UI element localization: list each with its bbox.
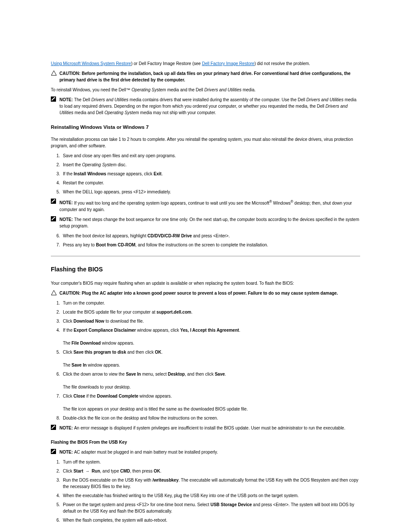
link-system-restore[interactable]: Using Microsoft Windows System Restore <box>51 61 131 66</box>
section-flashing-bios: Flashing the BIOS Your computer's BIOS m… <box>51 265 360 523</box>
paragraph-reinstall-process: The reinstallation process can take 1 to… <box>51 136 360 149</box>
list-item: Run the DOS executable on the USB Key wi… <box>61 477 360 490</box>
note-boot-sequence: NOTE: The next steps change the boot seq… <box>51 216 360 229</box>
list-item: Click the down arrow to view the Save In… <box>61 371 360 390</box>
paragraph-bios-intro: Your computer's BIOS may require flashin… <box>51 280 360 286</box>
heading-reinstall-windows: Reinstalling Windows Vista or Windows 7 <box>51 124 360 131</box>
note-text: An error message is displayed if system … <box>74 426 346 430</box>
list-item: Turn off the system. <box>61 459 360 465</box>
note-ac-battery: NOTE: AC adapter must be plugged in and … <box>51 449 360 455</box>
section-reinstall-windows: Using Microsoft Windows System Restore) … <box>51 60 360 248</box>
note-text: The Dell Drivers and Utilities media con… <box>59 97 356 115</box>
note-label: NOTE: <box>59 201 74 205</box>
list-item: If the Install Windows message appears, … <box>61 171 360 177</box>
list-item: Power on the target system and press <F1… <box>61 501 360 514</box>
caution-text: Plug the AC adapter into a known good po… <box>82 291 338 296</box>
note-drivers-utilities: NOTE: The Dell Drivers and Utilities med… <box>51 96 360 116</box>
caution-icon <box>51 290 59 296</box>
list-item: If the Export Compliance Disclaimer wind… <box>61 327 360 346</box>
list-item: Click Start → Run, and type CMD, then pr… <box>61 468 360 474</box>
link-dell-factory-image-restore[interactable]: Dell Factory Image Restore <box>202 61 255 66</box>
caution-label: CAUTION: <box>59 291 82 296</box>
list-item: When the flash completes, the system wil… <box>61 517 360 523</box>
paragraph-restore-links: Using Microsoft Windows System Restore) … <box>51 60 360 67</box>
note-icon <box>51 96 59 102</box>
note-label: NOTE: <box>59 97 74 102</box>
caution-notice-power: CAUTION: Plug the AC adapter into a know… <box>51 290 360 296</box>
note-label: NOTE: <box>59 426 74 430</box>
list-item: Insert the Operating System disc. <box>61 162 360 168</box>
list-item: Save and close any open files and exit a… <box>61 152 360 159</box>
note-icon <box>51 425 59 430</box>
list-item: Press any key to Boot from CD-ROM, and f… <box>61 242 360 248</box>
list-item: Click Close if the Download Complete win… <box>61 393 360 412</box>
note-body: NOTE: If you wait too long and the opera… <box>59 199 360 212</box>
list-item: Click Download Now to download the file. <box>61 318 360 324</box>
note-icon <box>51 216 59 221</box>
note-text: AC adapter must be plugged in and main b… <box>74 450 218 454</box>
note-text: The next steps change the boot sequence … <box>59 217 359 228</box>
note-body: NOTE: An error message is displayed if s… <box>59 425 360 431</box>
caution-label: CAUTION: <box>59 71 82 76</box>
steps-reinstall-continued: When the boot device list appears, highl… <box>51 233 360 248</box>
paragraph-media-needed: To reinstall Windows, you need the Dell™… <box>51 87 360 93</box>
list-item: Locate the BIOS update file for your com… <box>61 309 360 315</box>
note-boot-wait: NOTE: If you wait too long and the opera… <box>51 199 360 212</box>
list-item: Click Save this program to disk and then… <box>61 349 360 368</box>
heading-flash-usb: Flashing the BIOS From the USB Key <box>51 439 360 445</box>
section-divider <box>51 256 360 256</box>
note-icon <box>51 199 59 204</box>
list-item: When the DELL logo appears, press <F12> … <box>61 189 360 195</box>
note-body: NOTE: The next steps change the boot seq… <box>59 216 360 229</box>
list-item: Turn on the computer. <box>61 300 360 306</box>
list-item: When the executable has finished writing… <box>61 492 360 499</box>
note-text: If you wait too long and the operating s… <box>59 201 352 212</box>
note-icon <box>51 449 59 454</box>
steps-reinstall: Save and close any open files and exit a… <box>51 152 360 195</box>
note-label: NOTE: <box>59 450 74 454</box>
caution-notice: CAUTION: Before performing the installat… <box>51 70 360 83</box>
steps-flash-usb: Turn off the system. Click Start → Run, … <box>51 459 360 523</box>
caution-icon <box>51 70 59 76</box>
note-label: NOTE: <box>59 217 74 222</box>
caution-text: Before performing the installation, back… <box>59 71 351 82</box>
section-title-flashing-bios: Flashing the BIOS <box>51 265 360 274</box>
list-item: Double-click the file icon on the deskto… <box>61 415 360 421</box>
note-body: NOTE: AC adapter must be plugged in and … <box>59 449 360 455</box>
caution-body: CAUTION: Plug the AC adapter into a know… <box>59 290 360 296</box>
list-item: When the boot device list appears, highl… <box>61 233 360 239</box>
caution-body: CAUTION: Before performing the installat… <box>59 70 360 83</box>
list-item: Restart the computer. <box>61 180 360 186</box>
note-admin-privileges: NOTE: An error message is displayed if s… <box>51 425 360 431</box>
steps-flash-bios: Turn on the computer. Locate the BIOS up… <box>51 300 360 421</box>
note-body: NOTE: The Dell Drivers and Utilities med… <box>59 96 360 116</box>
